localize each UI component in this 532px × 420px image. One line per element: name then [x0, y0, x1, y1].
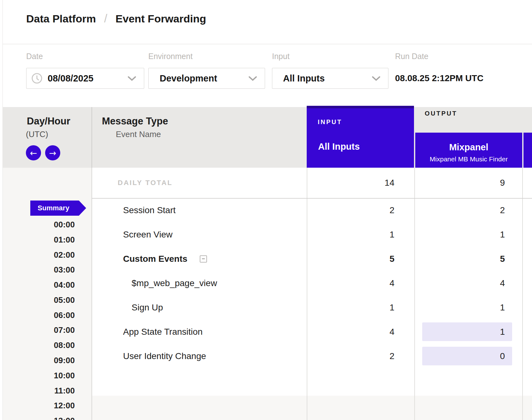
empty-area: [92, 396, 532, 420]
event-row-label: $mp_web_page_view: [132, 278, 217, 288]
hour-row-label[interactable]: 06:00: [3, 310, 75, 320]
day-hour-title: Day/Hour: [27, 116, 70, 127]
mismatch-highlight: [422, 347, 512, 365]
event-name-subtitle: Event Name: [116, 129, 161, 139]
hour-row-label[interactable]: 10:00: [3, 371, 75, 381]
hour-row-label[interactable]: 04:00: [3, 280, 75, 290]
mismatch-highlight: [422, 322, 512, 341]
input-count: 5: [389, 254, 394, 264]
hour-row-label[interactable]: 01:00: [3, 235, 75, 245]
date-value: 08/08/2025: [48, 73, 93, 84]
column-divider: [92, 107, 92, 168]
input-header-label: INPUT: [318, 118, 342, 126]
input-count: 4: [389, 327, 394, 337]
table-row: Screen View 1 1: [92, 222, 532, 247]
output-column-header: Mixpanel Mixpanel MB Music Finder: [415, 133, 522, 168]
table-row: Custom Events 5 5: [92, 247, 532, 271]
table-row: $mp_web_page_view 4 4: [92, 271, 532, 295]
next-day-button[interactable]: →: [45, 145, 60, 160]
chevron-down-icon: [372, 73, 381, 84]
hour-row-label[interactable]: 09:00: [3, 356, 75, 365]
output-count: 1: [500, 303, 505, 313]
event-row-label: Sign Up: [132, 303, 163, 313]
daily-total-label: DAILY TOTAL: [118, 179, 173, 187]
clock-icon: [31, 73, 43, 84]
hour-row-label[interactable]: 02:00: [3, 250, 75, 260]
output-count: 0: [500, 351, 505, 361]
input-count: 1: [389, 303, 394, 313]
environment-select[interactable]: Development: [148, 68, 265, 89]
run-date-value: 08.08.25 2:12PM UTC: [395, 73, 483, 83]
chevron-down-icon: [248, 73, 257, 84]
output-column-header-partial: [523, 133, 532, 168]
hour-row-label[interactable]: 05:00: [3, 295, 75, 305]
table-row: Sign Up 1 1: [92, 295, 532, 320]
hour-row-label[interactable]: 08:00: [3, 340, 75, 350]
event-row-label: App State Transition: [123, 327, 203, 337]
event-row-label: Custom Events: [123, 254, 187, 264]
daily-total-row: DAILY TOTAL 14 9: [92, 168, 532, 199]
event-row-label: Screen View: [123, 230, 173, 240]
header-divider: [3, 44, 532, 44]
output-count: 1: [500, 230, 505, 240]
page-title: Event Forwarding: [115, 13, 206, 25]
table-row: App State Transition 4 1: [92, 320, 532, 344]
output-connector-subtitle: Mixpanel MB Music Finder: [415, 155, 522, 163]
environment-value: Development: [160, 73, 217, 84]
prev-day-button[interactable]: ←: [26, 145, 41, 160]
input-column-header-accent: [307, 106, 414, 108]
environment-label: Environment: [148, 52, 192, 61]
table-row: User Identity Change 2 0: [92, 344, 532, 368]
output-count: 2: [500, 205, 505, 215]
run-date-label: Run Date: [395, 52, 429, 61]
date-label: Date: [26, 52, 43, 61]
summary-flag-label: Summary: [38, 204, 69, 212]
event-row-label: User Identity Change: [123, 351, 206, 361]
table-row: Session Start 2 2: [92, 198, 532, 222]
message-type-title: Message Type: [102, 116, 168, 127]
event-forwarding-page: Data Platform / Event Forwarding Date En…: [0, 0, 532, 420]
chevron-down-icon: [127, 73, 136, 84]
arrow-right-icon: →: [49, 148, 56, 158]
hour-row-label[interactable]: 03:00: [3, 265, 75, 275]
input-column-header: INPUT All Inputs: [307, 106, 414, 168]
day-hour-subtitle: (UTC): [26, 129, 48, 139]
collapse-minus-icon[interactable]: [200, 255, 207, 262]
event-row-label: Session Start: [123, 205, 176, 215]
input-count: 2: [389, 205, 394, 215]
output-count: 4: [500, 278, 505, 288]
daily-total-output-count: 9: [500, 178, 505, 188]
input-count: 2: [389, 351, 394, 361]
input-select[interactable]: All Inputs: [272, 68, 388, 89]
input-value: All Inputs: [283, 73, 325, 84]
output-count: 1: [500, 327, 505, 337]
breadcrumb: Data Platform / Event Forwarding: [26, 12, 206, 25]
hour-row-label[interactable]: 07:00: [3, 325, 75, 335]
date-select[interactable]: 08/08/2025: [26, 68, 144, 89]
breadcrumb-separator: /: [104, 12, 107, 25]
input-count: 4: [389, 278, 394, 288]
input-column-name: All Inputs: [318, 141, 360, 152]
hour-row-label[interactable]: 13:00: [3, 416, 75, 420]
output-header-label: OUTPUT: [425, 110, 457, 117]
input-label: Input: [272, 52, 290, 61]
hour-row-label[interactable]: 00:00: [3, 220, 75, 230]
output-count: 5: [500, 254, 505, 264]
hour-row-label[interactable]: 11:00: [3, 386, 75, 396]
arrow-left-icon: ←: [30, 148, 37, 158]
hour-row-label[interactable]: 12:00: [3, 401, 75, 411]
daily-total-input-count: 14: [385, 178, 394, 188]
output-connector-name: Mixpanel: [415, 142, 522, 153]
breadcrumb-section[interactable]: Data Platform: [26, 13, 96, 25]
summary-flag[interactable]: Summary: [30, 201, 86, 216]
input-count: 1: [389, 230, 394, 240]
